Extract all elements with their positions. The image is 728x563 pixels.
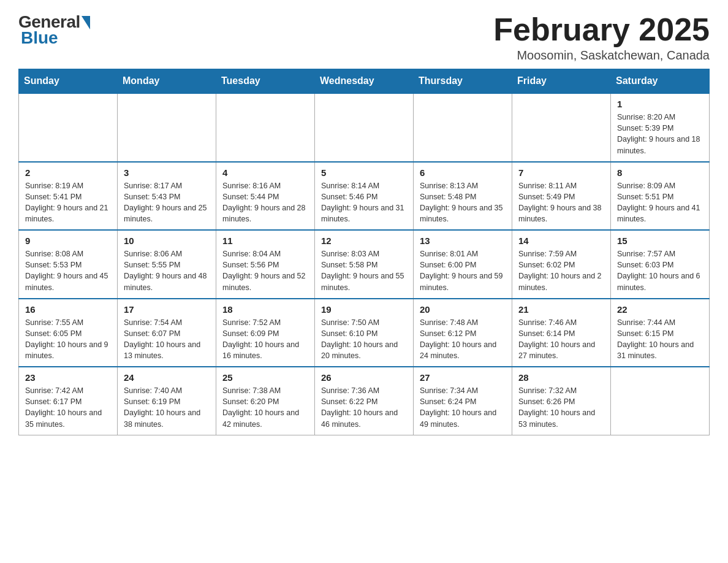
calendar-cell: 2Sunrise: 8:19 AMSunset: 5:41 PMDaylight… bbox=[19, 162, 118, 231]
calendar-cell: 6Sunrise: 8:13 AMSunset: 5:48 PMDaylight… bbox=[414, 162, 512, 231]
logo-arrow-icon bbox=[82, 16, 90, 29]
calendar-cell: 19Sunrise: 7:50 AMSunset: 6:10 PMDayligh… bbox=[315, 299, 414, 367]
weekday-header-tuesday: Tuesday bbox=[216, 69, 315, 94]
calendar-cell: 5Sunrise: 8:14 AMSunset: 5:46 PMDaylight… bbox=[315, 162, 414, 231]
calendar-cell bbox=[414, 93, 512, 162]
calendar-body: 1Sunrise: 8:20 AMSunset: 5:39 PMDaylight… bbox=[19, 93, 710, 435]
day-info: Sunrise: 8:11 AMSunset: 5:49 PMDaylight:… bbox=[518, 180, 604, 225]
day-number: 28 bbox=[518, 372, 604, 383]
calendar-week-row: 2Sunrise: 8:19 AMSunset: 5:41 PMDaylight… bbox=[19, 162, 710, 231]
day-number: 23 bbox=[25, 372, 111, 383]
calendar-cell: 16Sunrise: 7:55 AMSunset: 6:05 PMDayligh… bbox=[19, 299, 118, 367]
day-info: Sunrise: 7:34 AMSunset: 6:24 PMDaylight:… bbox=[420, 385, 506, 430]
calendar-cell: 25Sunrise: 7:38 AMSunset: 6:20 PMDayligh… bbox=[216, 367, 315, 435]
logo-blue-text: Blue bbox=[18, 28, 58, 48]
calendar-cell: 4Sunrise: 8:16 AMSunset: 5:44 PMDaylight… bbox=[216, 162, 315, 231]
calendar-cell: 8Sunrise: 8:09 AMSunset: 5:51 PMDaylight… bbox=[611, 162, 710, 231]
day-info: Sunrise: 7:50 AMSunset: 6:10 PMDaylight:… bbox=[321, 317, 407, 362]
day-info: Sunrise: 7:48 AMSunset: 6:12 PMDaylight:… bbox=[420, 317, 506, 362]
calendar-cell: 13Sunrise: 8:01 AMSunset: 6:00 PMDayligh… bbox=[414, 230, 512, 299]
calendar-cell: 24Sunrise: 7:40 AMSunset: 6:19 PMDayligh… bbox=[118, 367, 216, 435]
day-info: Sunrise: 8:03 AMSunset: 5:58 PMDaylight:… bbox=[321, 248, 407, 293]
day-info: Sunrise: 7:44 AMSunset: 6:15 PMDaylight:… bbox=[617, 317, 703, 362]
day-info: Sunrise: 7:46 AMSunset: 6:14 PMDaylight:… bbox=[518, 317, 604, 362]
day-info: Sunrise: 8:06 AMSunset: 5:55 PMDaylight:… bbox=[124, 248, 210, 293]
calendar-cell: 14Sunrise: 7:59 AMSunset: 6:02 PMDayligh… bbox=[512, 230, 611, 299]
calendar-cell bbox=[611, 367, 710, 435]
day-number: 19 bbox=[321, 304, 407, 315]
calendar-cell: 28Sunrise: 7:32 AMSunset: 6:26 PMDayligh… bbox=[512, 367, 611, 435]
day-info: Sunrise: 8:14 AMSunset: 5:46 PMDaylight:… bbox=[321, 180, 407, 225]
day-number: 4 bbox=[222, 167, 308, 178]
day-number: 12 bbox=[321, 236, 407, 246]
calendar-cell: 9Sunrise: 8:08 AMSunset: 5:53 PMDaylight… bbox=[19, 230, 118, 299]
calendar-week-row: 16Sunrise: 7:55 AMSunset: 6:05 PMDayligh… bbox=[19, 299, 710, 367]
day-info: Sunrise: 8:04 AMSunset: 5:56 PMDaylight:… bbox=[222, 248, 308, 293]
calendar-cell: 10Sunrise: 8:06 AMSunset: 5:55 PMDayligh… bbox=[118, 230, 216, 299]
day-info: Sunrise: 7:59 AMSunset: 6:02 PMDaylight:… bbox=[518, 248, 604, 293]
calendar-cell: 18Sunrise: 7:52 AMSunset: 6:09 PMDayligh… bbox=[216, 299, 315, 367]
day-number: 16 bbox=[25, 304, 111, 315]
day-info: Sunrise: 7:55 AMSunset: 6:05 PMDaylight:… bbox=[25, 317, 111, 362]
day-info: Sunrise: 7:38 AMSunset: 6:20 PMDaylight:… bbox=[222, 385, 308, 430]
day-info: Sunrise: 8:08 AMSunset: 5:53 PMDaylight:… bbox=[25, 248, 111, 293]
calendar-cell bbox=[216, 93, 315, 162]
day-number: 1 bbox=[617, 99, 703, 109]
logo: General Blue bbox=[18, 12, 90, 48]
calendar-cell: 7Sunrise: 8:11 AMSunset: 5:49 PMDaylight… bbox=[512, 162, 611, 231]
day-number: 25 bbox=[222, 372, 308, 383]
day-number: 3 bbox=[124, 167, 210, 178]
day-info: Sunrise: 7:52 AMSunset: 6:09 PMDaylight:… bbox=[222, 317, 308, 362]
day-number: 10 bbox=[124, 236, 210, 246]
weekday-header-thursday: Thursday bbox=[414, 69, 512, 94]
calendar-week-row: 23Sunrise: 7:42 AMSunset: 6:17 PMDayligh… bbox=[19, 367, 710, 435]
day-number: 14 bbox=[518, 236, 604, 246]
calendar-cell: 15Sunrise: 7:57 AMSunset: 6:03 PMDayligh… bbox=[611, 230, 710, 299]
day-number: 8 bbox=[617, 167, 703, 178]
weekday-header-wednesday: Wednesday bbox=[315, 69, 414, 94]
day-info: Sunrise: 7:32 AMSunset: 6:26 PMDaylight:… bbox=[518, 385, 604, 430]
calendar-table: SundayMondayTuesdayWednesdayThursdayFrid… bbox=[18, 69, 710, 435]
calendar-cell bbox=[19, 93, 118, 162]
day-number: 9 bbox=[25, 236, 111, 246]
day-number: 2 bbox=[25, 167, 111, 178]
weekday-header-saturday: Saturday bbox=[611, 69, 710, 94]
day-number: 17 bbox=[124, 304, 210, 315]
weekday-header-row: SundayMondayTuesdayWednesdayThursdayFrid… bbox=[19, 69, 710, 94]
day-number: 24 bbox=[124, 372, 210, 383]
day-number: 5 bbox=[321, 167, 407, 178]
location-text: Moosomin, Saskatchewan, Canada bbox=[493, 48, 710, 63]
calendar-cell: 3Sunrise: 8:17 AMSunset: 5:43 PMDaylight… bbox=[118, 162, 216, 231]
day-info: Sunrise: 8:16 AMSunset: 5:44 PMDaylight:… bbox=[222, 180, 308, 225]
day-number: 11 bbox=[222, 236, 308, 246]
day-info: Sunrise: 8:17 AMSunset: 5:43 PMDaylight:… bbox=[124, 180, 210, 225]
day-number: 7 bbox=[518, 167, 604, 178]
page-header: General Blue February 2025 Moosomin, Sas… bbox=[18, 12, 710, 63]
day-number: 6 bbox=[420, 167, 506, 178]
calendar-cell bbox=[512, 93, 611, 162]
calendar-cell: 21Sunrise: 7:46 AMSunset: 6:14 PMDayligh… bbox=[512, 299, 611, 367]
calendar-cell bbox=[118, 93, 216, 162]
day-number: 27 bbox=[420, 372, 506, 383]
day-number: 20 bbox=[420, 304, 506, 315]
day-info: Sunrise: 7:57 AMSunset: 6:03 PMDaylight:… bbox=[617, 248, 703, 293]
title-block: February 2025 Moosomin, Saskatchewan, Ca… bbox=[493, 12, 710, 63]
calendar-cell: 22Sunrise: 7:44 AMSunset: 6:15 PMDayligh… bbox=[611, 299, 710, 367]
day-info: Sunrise: 7:42 AMSunset: 6:17 PMDaylight:… bbox=[25, 385, 111, 430]
calendar-week-row: 9Sunrise: 8:08 AMSunset: 5:53 PMDaylight… bbox=[19, 230, 710, 299]
day-number: 26 bbox=[321, 372, 407, 383]
day-number: 22 bbox=[617, 304, 703, 315]
day-info: Sunrise: 8:01 AMSunset: 6:00 PMDaylight:… bbox=[420, 248, 506, 293]
calendar-cell: 12Sunrise: 8:03 AMSunset: 5:58 PMDayligh… bbox=[315, 230, 414, 299]
calendar-cell: 26Sunrise: 7:36 AMSunset: 6:22 PMDayligh… bbox=[315, 367, 414, 435]
day-info: Sunrise: 8:09 AMSunset: 5:51 PMDaylight:… bbox=[617, 180, 703, 225]
calendar-cell: 1Sunrise: 8:20 AMSunset: 5:39 PMDaylight… bbox=[611, 93, 710, 162]
day-info: Sunrise: 7:36 AMSunset: 6:22 PMDaylight:… bbox=[321, 385, 407, 430]
day-number: 15 bbox=[617, 236, 703, 246]
calendar-cell bbox=[315, 93, 414, 162]
day-number: 13 bbox=[420, 236, 506, 246]
calendar-cell: 11Sunrise: 8:04 AMSunset: 5:56 PMDayligh… bbox=[216, 230, 315, 299]
day-number: 21 bbox=[518, 304, 604, 315]
day-info: Sunrise: 8:20 AMSunset: 5:39 PMDaylight:… bbox=[617, 112, 703, 156]
calendar-cell: 27Sunrise: 7:34 AMSunset: 6:24 PMDayligh… bbox=[414, 367, 512, 435]
